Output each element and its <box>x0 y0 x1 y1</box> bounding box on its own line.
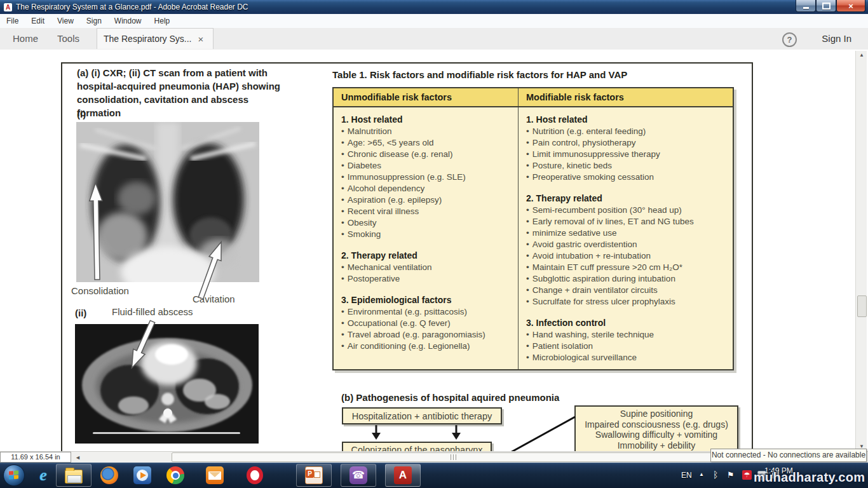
tab-bar: Home Tools The Respiratory Sys... × ? Si… <box>0 28 868 50</box>
bullet-icon: • <box>341 217 344 229</box>
powerpoint-icon: P <box>305 466 323 484</box>
language-indicator[interactable]: EN <box>681 471 692 480</box>
bullet-icon: • <box>526 250 529 262</box>
bullet-icon: • <box>341 262 344 273</box>
flow-box-risk-factors: Supine positioningImpaired consciousness… <box>574 405 738 454</box>
table1: Unmodifiable risk factors Modifiable ris… <box>332 87 734 370</box>
bullet-icon: • <box>341 273 344 285</box>
taskbar-icon-firefox[interactable] <box>100 466 118 484</box>
folder-icon <box>65 470 83 484</box>
risk-item: •Sucrulfate for stress ulcer prophylaxis <box>526 296 725 308</box>
bullet-icon: • <box>526 137 529 149</box>
maximize-icon <box>822 3 831 10</box>
taskbar-icon-media-player[interactable] <box>133 466 151 484</box>
bullet-icon: • <box>341 183 344 194</box>
page-size-indicator: 11.69 x 16.54 in <box>0 452 71 463</box>
risk-item: •minimize sedative use <box>526 227 725 239</box>
risk-item: •Limit immunosuppressive therapy <box>526 149 725 160</box>
figure-a-caption: (a) (i) CXR; (ii) CT scan from a patient… <box>77 66 293 119</box>
action-center-flag-icon[interactable]: ⚑ <box>727 470 735 480</box>
bullet-icon: • <box>526 341 529 352</box>
taskbar-icon-chrome[interactable] <box>166 466 184 484</box>
table1-header-unmodifiable: Unmodifiable risk factors <box>334 88 518 106</box>
consolidation-label: Consolidation <box>71 285 129 296</box>
menu-window[interactable]: Window <box>108 14 148 28</box>
menu-view[interactable]: View <box>51 14 80 28</box>
taskbar-button-powerpoint[interactable]: P <box>296 464 332 487</box>
bullet-icon: • <box>341 160 344 172</box>
close-button[interactable]: × <box>836 0 865 12</box>
mail-icon <box>206 466 224 484</box>
bullet-icon: • <box>341 306 344 318</box>
avira-umbrella-icon[interactable]: ☂ <box>742 470 752 480</box>
help-icon[interactable]: ? <box>782 32 797 47</box>
cavitation-label: Cavitation <box>193 294 235 304</box>
bullet-icon: • <box>341 318 344 329</box>
risk-item: •Alcohol dependency <box>341 183 510 194</box>
watermark: muhadharaty.com <box>754 470 865 485</box>
taskbar-icon-mail[interactable] <box>206 466 224 484</box>
bullet-icon: • <box>341 149 344 160</box>
menu-edit[interactable]: Edit <box>25 14 51 28</box>
bullet-icon: • <box>526 329 529 341</box>
vertical-scrollbar[interactable]: ▲ ▼ <box>855 51 867 451</box>
taskbar-button-windows-explorer[interactable] <box>56 464 92 487</box>
titlebar: A The Respiratory System at a Glance.pdf… <box>0 0 868 15</box>
scroll-grip-icon <box>451 454 458 460</box>
bullet-icon: • <box>341 206 344 217</box>
vertical-scroll-thumb[interactable] <box>857 295 867 317</box>
tab-document[interactable]: The Respiratory Sys... × <box>97 28 214 49</box>
bullet-icon: • <box>526 205 529 216</box>
risk-item: •Microbiological surveillance <box>526 352 725 363</box>
risk-item: •Change + drain ventilator circuits <box>526 285 725 296</box>
taskbar-icon-internet-explorer[interactable]: e <box>34 466 52 484</box>
tray-expand-icon[interactable]: ▲ <box>699 471 704 477</box>
tab-document-label: The Respiratory Sys... <box>104 34 192 44</box>
sign-in-button[interactable]: Sign In <box>822 28 851 50</box>
caption-line: (a) (i) CXR; (ii) CT scan from a patient… <box>77 66 293 79</box>
risk-item: •Pain control, physiotherapy <box>526 137 725 149</box>
network-tooltip: Not connected - No connections are avail… <box>710 449 867 462</box>
bullet-icon: • <box>341 126 344 137</box>
risk-section-heading: 2. Therapy related <box>341 250 510 262</box>
internet-explorer-icon: e <box>34 466 52 484</box>
horizontal-scroll-thumb[interactable] <box>172 452 736 462</box>
bullet-icon: • <box>526 149 529 160</box>
minimize-button[interactable] <box>796 0 816 12</box>
firefox-icon <box>100 466 118 484</box>
risk-item: •Avoid intubation + re-intubation <box>526 250 725 262</box>
bullet-icon: • <box>526 216 529 227</box>
tab-tools[interactable]: Tools <box>50 28 87 50</box>
risk-item: •Nutrition (e.g. enteral feeding) <box>526 126 725 137</box>
minimize-icon <box>803 7 809 9</box>
scroll-left-button[interactable]: ◄ <box>75 453 81 462</box>
risk-box-line: Supine positioning <box>577 409 736 419</box>
bullet-icon: • <box>526 273 529 285</box>
menu-sign[interactable]: Sign <box>80 14 108 28</box>
figure-b-title: (b) Pathogenesis of hospital aquired pne… <box>341 392 559 403</box>
taskbar-button-adobe-reader[interactable]: A <box>385 464 421 487</box>
media-player-icon <box>133 466 151 484</box>
bullet-icon: • <box>526 285 529 296</box>
bullet-icon: • <box>526 172 529 183</box>
menu-help[interactable]: Help <box>148 14 177 28</box>
maximize-button[interactable] <box>816 0 836 12</box>
scroll-up-button[interactable]: ▲ <box>857 51 867 60</box>
bullet-icon: • <box>526 126 529 137</box>
menu-file[interactable]: File <box>0 14 25 28</box>
taskbar-icon-opera[interactable] <box>247 466 264 484</box>
tab-home[interactable]: Home <box>5 28 46 50</box>
start-button[interactable] <box>3 464 25 486</box>
risk-item: •Diabetes <box>341 160 510 172</box>
risk-box-line: Swallowing difficulty + vomiting <box>577 430 736 440</box>
risk-item: •Postoperative <box>341 273 510 285</box>
risk-item: •Mechanical ventilation <box>341 262 510 273</box>
risk-item: •Subglottic aspiration during intubation <box>526 273 725 285</box>
risk-item: •Chronic disease (e.g. renal) <box>341 149 510 160</box>
taskbar-button-viber[interactable]: ☎ <box>341 464 376 487</box>
chrome-icon <box>166 466 184 484</box>
tab-close-icon[interactable]: × <box>198 34 204 44</box>
bluetooth-icon[interactable]: ᛒ <box>713 470 718 480</box>
caption-line: consolidation, cavitation and abscess fo… <box>77 93 293 119</box>
risk-item: •Posture, kinetic beds <box>526 160 725 172</box>
